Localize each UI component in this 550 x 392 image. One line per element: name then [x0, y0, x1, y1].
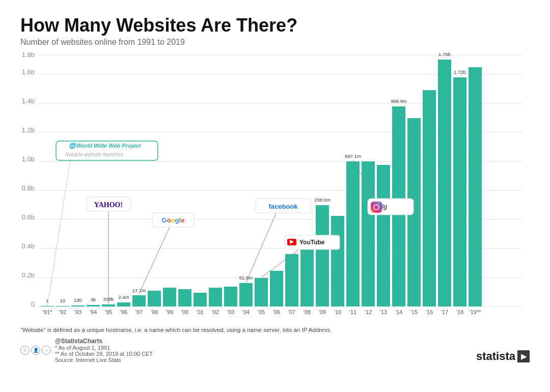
svg-text:'08: '08 — [304, 309, 311, 315]
svg-text:YouTube: YouTube — [299, 239, 325, 246]
svg-text:17.1m: 17.1m — [132, 288, 146, 293]
svg-rect-43 — [163, 288, 176, 306]
svg-rect-23 — [56, 306, 69, 306]
svg-rect-41 — [148, 291, 161, 306]
svg-text:Ig: Ig — [382, 203, 388, 210]
svg-text:'10: '10 — [334, 309, 341, 315]
svg-rect-74 — [377, 165, 390, 306]
svg-text:'19**: '19** — [470, 309, 482, 315]
svg-point-114 — [378, 202, 379, 203]
svg-text:'91*: '91* — [43, 309, 52, 315]
svg-text:968.9m: 968.9m — [391, 98, 407, 104]
svg-rect-32 — [102, 304, 115, 306]
svg-text:'18: '18 — [456, 309, 463, 315]
svg-text:51.6m: 51.6m — [239, 275, 253, 281]
svg-text:130: 130 — [74, 297, 82, 303]
svg-text:1.6b: 1.6b — [22, 68, 35, 76]
svg-text:Notable website launches: Notable website launches — [65, 152, 123, 157]
svg-line-91 — [47, 154, 71, 306]
svg-rect-51 — [224, 287, 237, 306]
person-icon: 👤 — [31, 346, 40, 355]
svg-text:'92: '92 — [59, 309, 66, 315]
svg-rect-38 — [132, 295, 146, 306]
svg-rect-83 — [438, 60, 451, 306]
equals-icon: = — [42, 346, 51, 355]
svg-text:'98: '98 — [151, 309, 158, 315]
svg-rect-56 — [255, 278, 268, 306]
svg-text:2.4m: 2.4m — [118, 294, 129, 300]
svg-rect-72 — [362, 161, 375, 306]
cc-icon: © — [20, 346, 30, 355]
svg-text:'13: '13 — [380, 309, 387, 315]
svg-text:facebook: facebook — [268, 203, 298, 210]
svg-rect-112 — [371, 202, 382, 213]
svg-text:'97: '97 — [135, 309, 143, 315]
svg-text:1.8b: 1.8b — [22, 52, 35, 59]
svg-rect-49 — [209, 288, 222, 306]
svg-text:Google: Google — [162, 216, 185, 224]
footer-definition: "Website" is defined as a unique hostnam… — [20, 326, 530, 334]
svg-text:'15: '15 — [410, 309, 418, 315]
svg-rect-64 — [316, 205, 329, 306]
svg-text:'12: '12 — [365, 309, 372, 315]
svg-rect-81 — [423, 90, 436, 306]
svg-rect-89 — [469, 67, 482, 306]
chart-svg: 0 0.2b 0.4b 0.6b 0.8b 1.0b 1.2b 1.4b 1.6… — [20, 52, 530, 322]
cc-icons: © 👤 = — [20, 346, 51, 355]
brand-name: @StatistaCharts * As of August 1, 1991 *… — [55, 338, 153, 363]
svg-rect-20 — [41, 306, 54, 306]
svg-rect-67 — [331, 216, 344, 306]
svg-text:'11: '11 — [349, 309, 356, 315]
svg-line-99 — [139, 225, 171, 294]
svg-text:'17: '17 — [441, 309, 448, 315]
svg-text:'03: '03 — [227, 309, 234, 315]
svg-text:'06: '06 — [273, 309, 280, 315]
svg-text:'07: '07 — [288, 309, 295, 315]
svg-text:'14: '14 — [395, 309, 402, 315]
chart-subtitle: Number of websites online from 1991 to 2… — [20, 38, 530, 47]
svg-rect-26 — [71, 305, 85, 306]
statista-logo: statista ▶ — [476, 350, 530, 363]
svg-rect-60 — [285, 254, 298, 306]
svg-text:'00: '00 — [181, 309, 188, 315]
svg-rect-35 — [117, 302, 130, 306]
svg-text:0: 0 — [31, 300, 35, 308]
svg-text:1.76b: 1.76b — [438, 52, 451, 57]
svg-text:0.8b: 0.8b — [22, 184, 35, 192]
svg-text:World Wide Web Project: World Wide Web Project — [76, 143, 142, 149]
footer-bottom: © 👤 = @StatistaCharts * As of August 1, … — [20, 338, 530, 363]
svg-text:697.1m: 697.1m — [345, 153, 361, 159]
notes: * As of August 1, 1991 ** As of October … — [55, 345, 153, 363]
svg-text:'93: '93 — [74, 309, 81, 315]
svg-text:'16: '16 — [426, 309, 433, 315]
svg-text:1.72b: 1.72b — [454, 69, 466, 75]
chart-title: How Many Websites Are There? — [20, 15, 530, 36]
svg-text:'96: '96 — [120, 309, 127, 315]
svg-text:'09: '09 — [319, 309, 326, 315]
svg-text:0.6b: 0.6b — [22, 213, 35, 221]
svg-text:'04: '04 — [242, 309, 250, 315]
svg-text:'02: '02 — [212, 309, 219, 315]
svg-text:'94: '94 — [90, 309, 97, 315]
svg-text:238.0m: 238.0m — [314, 197, 331, 203]
svg-text:YAHOO!: YAHOO! — [94, 201, 123, 209]
svg-rect-86 — [453, 77, 466, 306]
svg-text:3k: 3k — [91, 297, 96, 302]
svg-text:1.4b: 1.4b — [22, 97, 35, 105]
svg-text:'01: '01 — [197, 309, 204, 315]
svg-text:10: 10 — [60, 298, 66, 303]
svg-text:'95: '95 — [105, 309, 112, 315]
svg-text:0.2b: 0.2b — [22, 271, 35, 279]
footer-left: © 👤 = @StatistaCharts * As of August 1, … — [20, 338, 153, 363]
chart-area: 0 0.2b 0.4b 0.6b 0.8b 1.0b 1.2b 1.4b 1.6… — [20, 52, 530, 322]
svg-text:1.0b: 1.0b — [22, 155, 35, 163]
svg-rect-53 — [239, 283, 253, 306]
svg-rect-47 — [194, 293, 207, 306]
svg-rect-29 — [87, 305, 100, 306]
svg-text:'05: '05 — [258, 309, 265, 315]
statista-icon: ▶ — [517, 350, 530, 362]
svg-text:1.2b: 1.2b — [22, 126, 35, 134]
svg-text:'99: '99 — [166, 309, 173, 315]
svg-rect-58 — [270, 271, 283, 306]
svg-rect-45 — [178, 289, 191, 306]
